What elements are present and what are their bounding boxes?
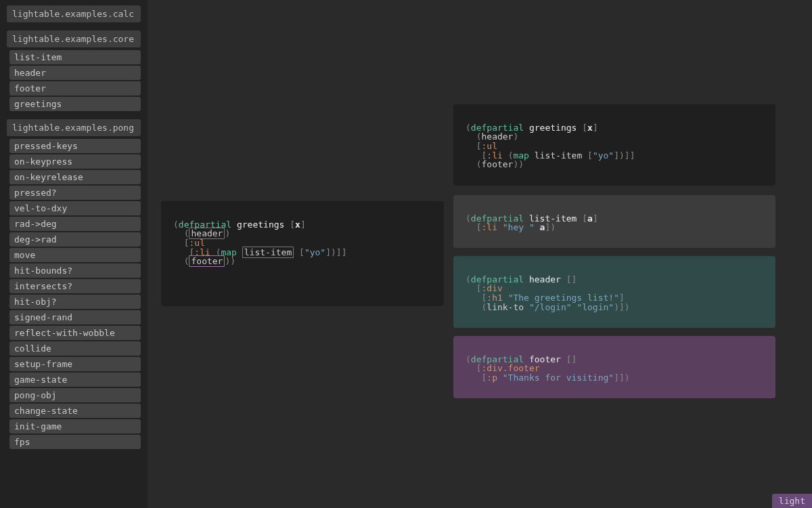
ns-items: pressed-keys on-keypress on-keyrelease p… — [7, 139, 141, 449]
ns-item[interactable]: pong-obj — [9, 388, 141, 402]
theme-badge[interactable]: light — [772, 494, 812, 508]
ns-item[interactable]: hit-bounds? — [9, 263, 141, 278]
ns-item[interactable]: hit-obj? — [9, 295, 141, 309]
ns-item[interactable]: deg->rad — [9, 232, 141, 247]
code-card-list-item[interactable]: (defpartial list-item [a] [:li "hey " a]… — [453, 195, 775, 248]
ns-item[interactable]: change-state — [9, 404, 141, 418]
sidebar: lightable.examples.calc lightable.exampl… — [0, 0, 148, 508]
ns-group-core: lightable.examples.core list-item header… — [7, 30, 141, 111]
ns-item[interactable]: footer — [9, 81, 141, 96]
code-card-greetings-left[interactable]: (defpartial greetings [x] (header) [:ul … — [161, 201, 444, 306]
ns-item[interactable]: move — [9, 248, 141, 262]
ns-item[interactable]: rad->deg — [9, 217, 141, 231]
ns-group-calc: lightable.examples.calc — [7, 5, 141, 22]
ns-item[interactable]: header — [9, 66, 141, 80]
ns-item[interactable]: init-game — [9, 419, 141, 433]
code-card-greetings-right[interactable]: (defpartial greetings [x] (header) [:ul … — [453, 104, 775, 186]
ns-item[interactable]: signed-rand — [9, 310, 141, 324]
ns-group-pong: lightable.examples.pong pressed-keys on-… — [7, 119, 141, 449]
ns-item[interactable]: greetings — [9, 97, 141, 111]
ns-item[interactable]: list-item — [9, 50, 141, 64]
ns-header[interactable]: lightable.examples.pong — [7, 119, 141, 136]
code-card-footer[interactable]: (defpartial footer [] [:div.footer [:p "… — [453, 336, 775, 398]
ns-header[interactable]: lightable.examples.core — [7, 30, 141, 47]
ns-item[interactable]: fps — [9, 435, 141, 449]
ns-item[interactable]: game-state — [9, 373, 141, 387]
main-canvas[interactable]: (defpartial greetings [x] (header) [:ul … — [148, 0, 812, 508]
ns-item[interactable]: vel-to-dxy — [9, 201, 141, 215]
ns-item[interactable]: collide — [9, 341, 141, 356]
ns-item[interactable]: pressed? — [9, 186, 141, 200]
ns-item[interactable]: reflect-with-wobble — [9, 326, 141, 340]
ns-item[interactable]: setup-frame — [9, 357, 141, 371]
ns-items: list-item header footer greetings — [7, 50, 141, 111]
ns-item[interactable]: on-keypress — [9, 154, 141, 169]
ns-item[interactable]: intersects? — [9, 279, 141, 293]
ns-item[interactable]: pressed-keys — [9, 139, 141, 153]
ns-item[interactable]: on-keyrelease — [9, 170, 141, 184]
code-card-header[interactable]: (defpartial header [] [:div [:h1 "The gr… — [453, 256, 775, 328]
ns-header[interactable]: lightable.examples.calc — [7, 5, 141, 22]
